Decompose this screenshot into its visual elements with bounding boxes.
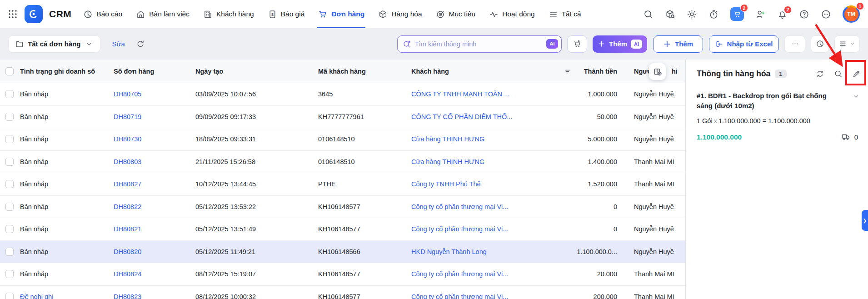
row-checkbox[interactable] <box>5 293 14 299</box>
ai-chip: AI <box>631 40 642 49</box>
customer-link[interactable]: Cửa hàng THỊNH HƯNG <box>411 158 484 165</box>
order-number-link[interactable]: DH80823 <box>114 293 141 299</box>
menu-icon <box>549 10 558 19</box>
crm-logo[interactable] <box>25 5 43 23</box>
nav-item-label: Hàng hóa <box>391 10 422 18</box>
table-row[interactable]: Đề nghị ghiDH8082308/12/2025 10:00:32KH1… <box>0 286 685 299</box>
table-row[interactable]: Bản nhápDH8071909/09/2025 09:17:33KH7777… <box>0 106 685 129</box>
table-row[interactable]: Bản nhápDH8082205/12/2025 13:53:22KH1061… <box>0 196 685 219</box>
table-row[interactable]: Bản nhápDH8080321/11/2025 15:26:58010614… <box>0 151 685 174</box>
package-search-icon <box>665 9 675 20</box>
list-view-button[interactable] <box>834 35 860 53</box>
edit-pencil-icon[interactable] <box>852 70 861 78</box>
orders-app-button[interactable]: 2 <box>730 7 744 21</box>
customer-link[interactable]: Cửa hàng THỊNH HƯNG <box>411 135 484 143</box>
add-column-button[interactable] <box>649 63 666 80</box>
more-button[interactable] <box>821 9 831 20</box>
select-all-checkbox[interactable] <box>5 67 14 75</box>
more-actions-button[interactable] <box>784 35 805 53</box>
refresh-icon[interactable] <box>136 40 145 49</box>
row-checkbox[interactable] <box>5 158 14 166</box>
add-with-ai-button[interactable]: Thêm AI <box>593 35 647 53</box>
table-row[interactable]: Bản nhápDH8082408/12/2025 15:19:07KH1061… <box>0 263 685 286</box>
nav-item-workspace[interactable]: Bàn làm việc <box>136 0 190 28</box>
nav-item-menu[interactable]: Tất cả <box>549 0 581 28</box>
col-status[interactable]: Tình trạng ghi doanh số <box>20 60 95 83</box>
customer-link[interactable]: Công ty cổ phần thương mại Vi... <box>411 293 508 299</box>
cell-created-date: 09/09/2025 09:17:33 <box>195 113 256 120</box>
chart-view-button[interactable] <box>811 35 829 53</box>
nav-item-building[interactable]: Khách hàng <box>203 0 254 28</box>
row-checkbox[interactable] <box>5 270 14 278</box>
customer-link[interactable]: CÔNG TY CỔ PHẦN DIÊM THỐ... <box>411 113 512 120</box>
search-icon[interactable] <box>834 70 843 78</box>
view-selector-button[interactable]: Tất cả đơn hàng <box>8 35 100 53</box>
nav-item-cart[interactable]: Đơn hàng <box>318 0 364 28</box>
customer-link[interactable]: HKD Nguyễn Thành Long <box>411 248 487 255</box>
row-checkbox[interactable] <box>5 203 14 211</box>
notifications-button[interactable]: 2 <box>777 9 788 20</box>
settings-button[interactable] <box>687 9 697 20</box>
reminder-button[interactable] <box>708 9 719 20</box>
panel-collapse-tab[interactable]: ❯ <box>862 210 868 231</box>
table-row[interactable]: Bản nhápDH8082005/12/2025 11:49:21KH1061… <box>0 241 685 264</box>
package-search-button[interactable] <box>665 9 675 20</box>
customer-link[interactable]: Công ty TNHH Phú Thế <box>411 180 481 188</box>
help-button[interactable] <box>799 9 809 20</box>
table-row[interactable]: Bản nhápDH8070503/09/2025 10:07:563645CÔ… <box>0 83 685 106</box>
table-row[interactable]: Bản nhápDH8073018/09/2025 09:33:31010614… <box>0 128 685 151</box>
cell-customer-code: KH106148577 <box>318 293 360 299</box>
order-number-link[interactable]: DH80824 <box>114 270 141 278</box>
col-customer[interactable]: Khách hàng <box>411 60 449 83</box>
customer-link[interactable]: CÔNG TY TNHH MẠNH TOÀN ... <box>411 90 509 98</box>
customer-link[interactable]: Công ty cổ phần thương mại Vi... <box>411 203 508 210</box>
shipped-count: 0 <box>854 133 858 141</box>
add-button[interactable]: Thêm <box>653 35 703 53</box>
col-customer-code[interactable]: Mã khách hàng <box>318 60 366 83</box>
col-order-number[interactable]: Số đơn hàng <box>114 60 154 83</box>
row-checkbox[interactable] <box>5 90 14 98</box>
order-number-link[interactable]: DH80820 <box>114 248 141 255</box>
row-checkbox[interactable] <box>5 113 14 121</box>
order-number-link[interactable]: DH80822 <box>114 203 141 210</box>
product-item[interactable]: #1. BDR1 - Backdrop trọn gói Bạt chống s… <box>697 91 861 111</box>
order-number-link[interactable]: DH80803 <box>114 158 141 165</box>
order-number-link[interactable]: DH80719 <box>114 113 141 120</box>
import-excel-button[interactable]: Nhập từ Excel <box>709 35 779 53</box>
order-number-link[interactable]: DH80821 <box>114 225 141 233</box>
row-checkbox[interactable] <box>5 225 14 233</box>
nav-item-activity[interactable]: Hoạt động <box>489 0 535 28</box>
edit-view-link[interactable]: Sửa <box>112 40 125 48</box>
col-created-date[interactable]: Ngày tạo <box>195 60 223 83</box>
app-title: CRM <box>49 9 71 20</box>
quick-order-button[interactable] <box>567 35 587 53</box>
customer-link[interactable]: Công ty cổ phần thương mại Vi... <box>411 270 508 278</box>
cell-person: Nguyễn Huyề <box>634 203 685 210</box>
add-user-button[interactable] <box>755 9 766 20</box>
user-avatar[interactable]: TM1 <box>843 5 860 23</box>
order-number-link[interactable]: DH80705 <box>114 90 141 98</box>
nav-item-target[interactable]: Mục tiêu <box>436 0 476 28</box>
col-amount[interactable]: Thành tiền <box>523 60 617 83</box>
search-input[interactable] <box>397 35 562 53</box>
row-checkbox[interactable] <box>5 180 14 188</box>
nav-item-label: Hoạt động <box>502 10 535 18</box>
cell-created-date: 05/12/2025 11:49:21 <box>195 248 255 255</box>
cell-amount: 1.520.000 <box>523 180 617 188</box>
table-row[interactable]: Bản nhápDH8082710/12/2025 13:44:45PTHECô… <box>0 173 685 196</box>
order-number-link[interactable]: DH80827 <box>114 180 141 188</box>
sync-icon[interactable] <box>816 70 824 78</box>
order-number-link[interactable]: DH80730 <box>114 135 141 143</box>
row-checkbox[interactable] <box>5 135 14 143</box>
app-launcher-icon[interactable] <box>7 9 18 20</box>
nav-item-cube[interactable]: Hàng hóa <box>378 0 422 28</box>
row-checkbox[interactable] <box>5 248 14 256</box>
cell-status: Bản nháp <box>20 248 48 255</box>
search-button[interactable] <box>643 9 653 20</box>
nav-item-pie-chart[interactable]: Báo cáo <box>83 0 122 28</box>
col-person-clipped: hi <box>672 60 678 83</box>
chevron-down-icon[interactable] <box>852 93 860 100</box>
nav-item-quote[interactable]: $Báo giá <box>268 0 305 28</box>
customer-link[interactable]: Công ty cổ phần thương mại Vi... <box>411 225 508 233</box>
table-row[interactable]: Bản nhápDH8082105/12/2025 13:51:49KH1061… <box>0 218 685 241</box>
